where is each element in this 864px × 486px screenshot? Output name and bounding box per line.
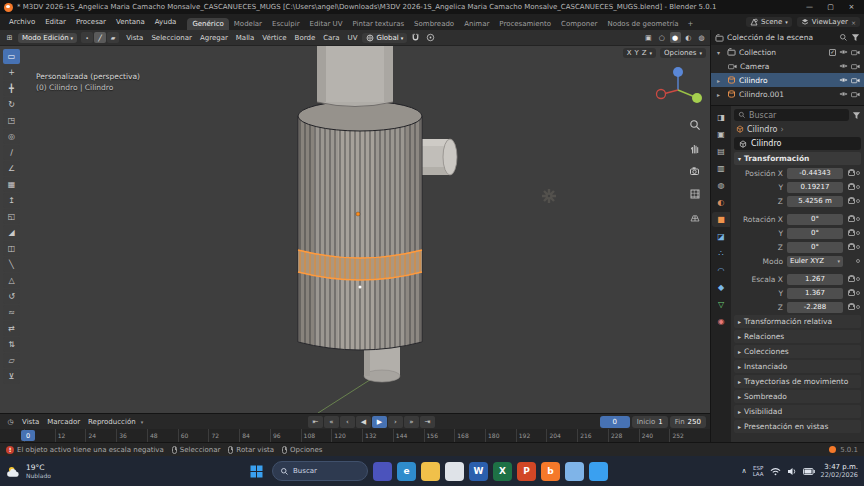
lock-icon[interactable] [847,184,854,190]
tool-bevel-button[interactable]: ◢ [3,225,20,240]
gear-object[interactable] [542,189,556,203]
gizmo-axes-toggle[interactable]: X Y Z ▾ [623,48,656,58]
tool-rip-region-button[interactable]: ⊻ [3,369,20,384]
vertex-select-button[interactable]: ∙ [81,32,93,43]
rotation-mode-dropdown[interactable]: Euler XYZ ▾ [787,256,843,267]
animate-dot-icon[interactable] [856,259,860,263]
gizmo-z-axis[interactable] [673,67,683,77]
section-instanciado[interactable]: ▸ Instanciado [734,360,861,373]
camera-view-icon[interactable] [688,164,702,178]
rotation-x-field[interactable]: 0° [787,214,843,225]
tool-extrude-button[interactable]: ↥ [3,193,20,208]
tool-scale-button[interactable]: ◳ [3,113,20,128]
jump-to-end-button[interactable]: ⇥ [420,416,435,428]
menu-seleccionar[interactable]: Seleccionar [148,32,195,44]
collection-checkbox[interactable]: ✓ [829,49,836,56]
workspace-tab-editar-uv[interactable]: Editar UV [305,18,348,30]
render-camera-icon[interactable] [851,49,860,56]
tool-edge-slide-button[interactable]: ⇄ [3,321,20,336]
scale-z-field[interactable]: -2.288 [787,302,843,313]
section-colecciones[interactable]: ▸ Colecciones [734,345,861,358]
animate-dot-icon[interactable] [856,231,860,235]
tool-select-box-button[interactable]: ▭ [3,49,20,64]
axis-y-toggle[interactable]: Y [634,49,638,57]
minimize-button[interactable]: — [801,3,818,11]
tool-inset-faces-button[interactable]: ◱ [3,209,20,224]
object-name-field[interactable]: Cilindro [734,137,861,150]
axis-x-toggle[interactable]: X [627,49,632,57]
add-workspace-button[interactable]: + [684,18,698,30]
properties-breadcrumb[interactable]: Cilindro › [734,123,861,135]
tool-transform-button[interactable]: ◎ [3,129,20,144]
taskbar-search-input[interactable]: Buscar [272,461,368,481]
tool-loop-cut-button[interactable]: ◫ [3,241,20,256]
disclosure-icon[interactable]: ▸ [717,91,724,98]
taskbar-app-word-icon[interactable]: W [469,462,488,481]
taskbar-app-chrome-icon[interactable] [445,462,464,481]
scale-y-field[interactable]: 1.367 [787,288,843,299]
taskbar-app-store-icon[interactable] [589,462,608,481]
face-select-button[interactable]: ▰ [107,32,119,43]
battery-icon[interactable] [803,468,815,475]
section-presentacion[interactable]: ▸ Presentación en vistas [734,420,861,433]
outliner-editor-icon[interactable] [715,34,724,42]
start-button[interactable] [246,461,267,482]
wifi-icon[interactable] [770,467,781,476]
close-button[interactable]: × [843,3,860,11]
menu-editar[interactable]: Editar [40,16,71,28]
section-sombreado[interactable]: ▸ Sombreado [734,390,861,403]
prev-frame-button[interactable]: ‹ [340,416,355,428]
workspace-tab-generico[interactable]: Genérico [187,18,228,30]
pan-hand-icon[interactable] [688,141,702,155]
animate-dot-icon[interactable] [856,305,860,309]
animate-dot-icon[interactable] [856,291,860,295]
next-frame-button[interactable]: › [388,416,403,428]
tool-rotate-button[interactable]: ↻ [3,97,20,112]
section-visibilidad[interactable]: ▸ Visibilidad [734,405,861,418]
proportional-editing-icon[interactable] [424,33,436,42]
search-icon[interactable] [839,33,848,42]
xray-toggle-icon[interactable]: ▣ [642,34,654,42]
mode-dropdown[interactable]: Modo Edición ▾ [18,33,77,43]
rotation-y-field[interactable]: 0° [787,228,843,239]
tool-spin-button[interactable]: ↺ [3,289,20,304]
jump-to-start-button[interactable]: ⇤ [308,416,323,428]
menu-procesar[interactable]: Procesar [71,16,111,28]
lock-icon[interactable] [847,276,854,282]
volume-icon[interactable] [787,467,797,476]
menu-borde[interactable]: Borde [292,32,319,44]
tab-object[interactable]: ■ [712,212,730,227]
animate-dot-icon[interactable] [856,171,860,175]
menu-vertice[interactable]: Vértice [259,32,289,44]
timeline-menu-vista[interactable]: Vista [19,416,42,428]
next-keyframe-button[interactable]: » [404,416,419,428]
render-camera-icon[interactable] [851,63,860,70]
position-x-field[interactable]: -0.44343 [787,168,843,179]
lock-icon[interactable] [847,244,854,250]
tool-annotate-button[interactable]: ∕ [3,145,20,160]
taskbar-app-blender-icon[interactable]: b [541,462,560,481]
tab-modifiers[interactable]: ◪ [712,229,730,244]
animate-dot-icon[interactable] [856,217,860,221]
taskbar-app-excel-icon[interactable]: X [493,462,512,481]
orthographic-toggle-icon[interactable] [688,187,702,201]
tab-scene[interactable]: ◍ [712,178,730,193]
workspace-tab-modelar[interactable]: Modelar [229,18,267,30]
playhead[interactable]: 0 [21,430,35,441]
eye-icon[interactable] [839,49,848,55]
taskbar-app-edge-icon[interactable]: e [397,462,416,481]
tab-physics[interactable]: ◠ [712,263,730,278]
section-transformacion-relativa[interactable]: ▸ Transformación relativa [734,315,861,328]
menu-ayuda[interactable]: Ayuda [150,16,182,28]
disclosure-icon[interactable]: ▸ [717,77,724,84]
menu-malla[interactable]: Malla [233,32,258,44]
outliner-row-cilindro[interactable]: ▸ Cilindro [711,73,864,87]
render-camera-icon[interactable] [851,77,860,84]
shading-solid-button[interactable]: ● [670,32,681,43]
section-relaciones[interactable]: ▸ Relaciones [734,330,861,343]
menu-archivo[interactable]: Archivo [4,16,40,28]
editor-type-icon[interactable]: ⊞ [3,34,16,42]
outliner-row-collection[interactable]: ▾ Collection ✓ [711,45,864,59]
taskbar-app-powerpoint-icon[interactable]: P [517,462,536,481]
tab-view-layer[interactable]: ▥ [712,161,730,176]
